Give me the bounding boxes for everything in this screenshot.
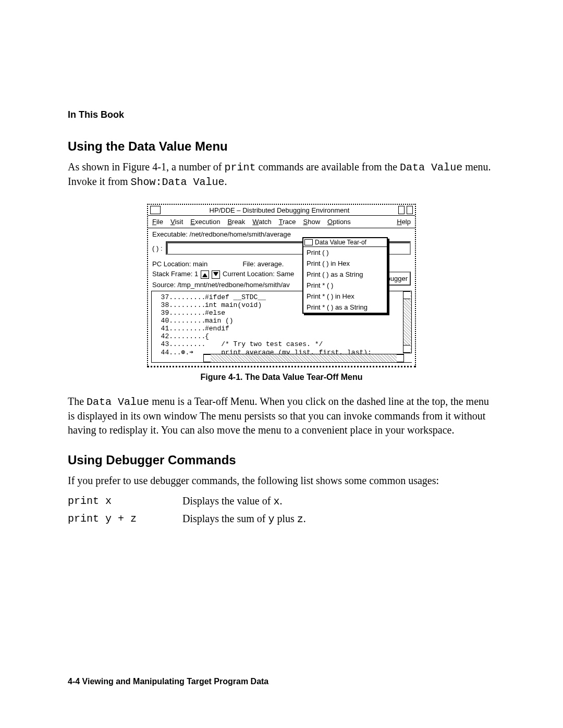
inline-code: Data Value: [400, 162, 462, 174]
paren-label: ( ) :: [152, 244, 163, 252]
figure-wrap: HP/DDE – Distributed Debugging Environme…: [68, 204, 495, 367]
line-number: 44...⊛.➔: [153, 348, 205, 356]
command-desc: Displays the sum of y plus z.: [182, 513, 495, 525]
text: .: [279, 495, 282, 507]
menu-options[interactable]: Options: [327, 218, 351, 226]
code-text: int main(void): [205, 301, 262, 309]
book-header: In This Book: [68, 109, 495, 120]
code-text: /* Try two test cases. */: [205, 340, 323, 348]
file-label: File: average.: [242, 260, 284, 268]
line-number: 37.........: [153, 293, 205, 301]
menubar: File Visit Execution Break Watch Trace S…: [148, 216, 415, 228]
inline-code: print: [225, 162, 256, 174]
menu-break[interactable]: Break: [227, 218, 245, 226]
menu-visit[interactable]: Visit: [170, 218, 183, 226]
menu-show[interactable]: Show: [303, 218, 321, 226]
tearoff-item[interactable]: Print ( ): [303, 247, 387, 258]
heading-debugger-commands: Using Debugger Commands: [68, 453, 495, 467]
maximize-icon[interactable]: [407, 206, 413, 214]
tearoff-item[interactable]: Print ( ) as a String: [303, 269, 387, 280]
minimize-icon[interactable]: [398, 206, 405, 214]
text: As shown in Figure 4-1, a number of: [68, 161, 225, 172]
para-commands-intro: If you prefer to use debugger commands, …: [68, 474, 495, 488]
figure-caption: Figure 4-1. The Data Value Tear-Off Menu: [68, 373, 495, 382]
titlebar[interactable]: HP/DDE – Distributed Debugging Environme…: [148, 205, 415, 216]
inline-code: Show:Data Value: [131, 176, 225, 188]
text: plus: [274, 513, 297, 524]
menu-watch[interactable]: Watch: [252, 218, 271, 226]
scroll-right-icon[interactable]: [397, 354, 403, 362]
window-inner: HP/DDE – Distributed Debugging Environme…: [148, 205, 415, 363]
line-number: 42.........: [153, 332, 205, 340]
inline-code: y: [268, 513, 274, 525]
tearoff-item[interactable]: Print * ( ): [303, 280, 387, 291]
menu-help[interactable]: Help: [397, 218, 411, 226]
page: In This Book Using the Data Value Menu A…: [0, 0, 563, 728]
current-location: Current Location: Same: [223, 270, 294, 278]
para-intro: As shown in Figure 4-1, a number of prin…: [68, 160, 495, 189]
menu-file[interactable]: File: [152, 218, 163, 226]
code-text: #else: [205, 309, 225, 317]
text: .: [225, 176, 227, 187]
text: .: [303, 513, 306, 524]
line-number: 41.........: [153, 325, 205, 332]
data-value-tearoff-menu[interactable]: Data Value Tear-of Print ( )Print ( ) in…: [302, 237, 388, 314]
page-footer: 4-4 Viewing and Manipulating Target Prog…: [68, 677, 268, 686]
inline-code: Data Value: [87, 396, 149, 408]
line-number: 38.........: [153, 301, 205, 309]
stack-down-button[interactable]: [212, 270, 220, 279]
text: The: [68, 396, 87, 407]
line-number: 39.........: [153, 309, 205, 317]
code-text: {: [205, 332, 209, 340]
tearoff-sysmenu-icon[interactable]: [304, 239, 313, 245]
tearoff-title: Data Value Tear-of: [315, 239, 366, 246]
tearoff-item[interactable]: Print * ( ) as a String: [303, 302, 387, 313]
stack-up-button[interactable]: [201, 270, 209, 279]
scroll-up-icon[interactable]: [403, 291, 410, 299]
menu-execution[interactable]: Execution: [190, 218, 220, 226]
command-code: print x: [68, 495, 182, 508]
inline-code: x: [273, 496, 279, 508]
tearoff-item[interactable]: Print * ( ) in Hex: [303, 291, 387, 302]
scroll-down-icon[interactable]: [403, 345, 410, 353]
line-number: 43.........: [153, 340, 205, 348]
code-text: #endif: [205, 325, 229, 332]
text: commands are available from the: [256, 161, 400, 172]
command-code: print y + z: [68, 513, 182, 525]
tearoff-titlebar[interactable]: Data Value Tear-of: [303, 238, 387, 247]
para-tearoff-desc: The Data Value menu is a Tear-off Menu. …: [68, 394, 495, 437]
heading-data-value-menu: Using the Data Value Menu: [68, 139, 495, 154]
command-desc: Displays the value of x.: [182, 495, 495, 508]
commands-table: print xDisplays the value of x.print y +…: [68, 495, 495, 525]
vertical-scrollbar[interactable]: [403, 291, 412, 353]
tearoff-item[interactable]: Print ( ) in Hex: [303, 258, 387, 269]
command-row: print xDisplays the value of x.: [68, 495, 495, 508]
stack-frame-label: Stack Frame: 1: [152, 270, 198, 278]
pc-location: PC Location: main: [152, 260, 207, 268]
inline-code: z: [297, 513, 303, 525]
line-number: 40.........: [153, 317, 205, 325]
menu-trace[interactable]: Trace: [279, 218, 296, 226]
code-text: #ifdef __STDC__: [205, 293, 266, 301]
window-title: HP/DDE – Distributed Debugging Environme…: [163, 206, 396, 214]
text: Displays the value of: [182, 495, 273, 507]
debugger-window: HP/DDE – Distributed Debugging Environme…: [147, 204, 416, 367]
text: Displays the sum of: [182, 513, 268, 524]
window-menu-icon[interactable]: [150, 206, 161, 214]
command-row: print y + zDisplays the sum of y plus z.: [68, 513, 495, 525]
code-text: main (): [205, 317, 234, 325]
scroll-left-icon[interactable]: [204, 354, 211, 362]
horizontal-scrollbar[interactable]: [203, 354, 404, 363]
